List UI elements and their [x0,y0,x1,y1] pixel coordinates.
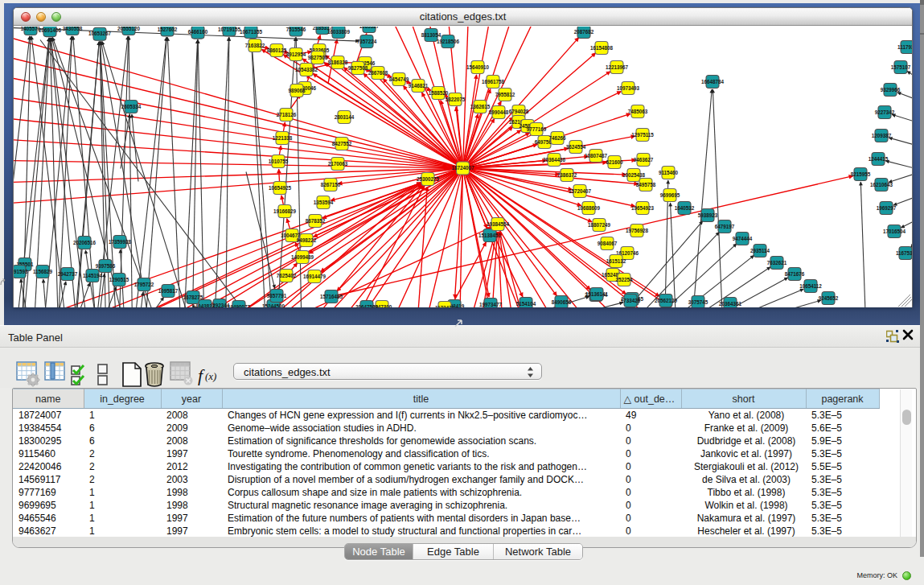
svg-text:17016504: 17016504 [883,229,906,234]
svg-text:16648784: 16648784 [701,79,725,84]
svg-text:1640532: 1640532 [675,205,695,211]
svg-text:7357224: 7357224 [357,39,377,44]
svg-text:9857791: 9857791 [267,293,287,299]
svg-text:8267150: 8267150 [321,182,341,187]
svg-text:9245652: 9245652 [819,295,839,301]
svg-text:f: f [198,365,205,385]
svg-text:10653267: 10653267 [88,31,112,36]
svg-text:18724007: 18724007 [451,165,474,171]
svg-text:19218506: 19218506 [437,39,460,44]
svg-text:252254: 252254 [615,277,633,282]
svg-text:3624554: 3624554 [566,144,586,150]
svg-text:1362615: 1362615 [470,104,491,109]
svg-text:15136141: 15136141 [585,291,609,297]
svg-text:8678352: 8678352 [306,218,326,224]
svg-text:7515546: 7515546 [286,27,306,32]
svg-text:10543382: 10543382 [295,67,318,72]
svg-text:10807487: 10807487 [585,153,608,159]
svg-text:1527602: 1527602 [158,27,178,32]
svg-text:12975115: 12975115 [631,132,654,138]
svg-text:3075745: 3075745 [688,299,708,305]
svg-text:1209387: 1209387 [872,133,892,138]
svg-text:6794028: 6794028 [509,109,529,114]
svg-text:15138451: 15138451 [478,233,502,238]
svg-text:1117934: 1117934 [897,44,912,50]
svg-text:8427552: 8427552 [332,141,352,146]
svg-text:16033809: 16033809 [327,29,351,35]
svg-text:9498222: 9498222 [297,237,317,243]
svg-text:15720407: 15720407 [569,188,592,194]
svg-text:15716485: 15716485 [320,294,343,299]
svg-text:7163822: 7163822 [245,43,265,48]
svg-text:17359928: 17359928 [109,239,132,245]
svg-text:20206516: 20206516 [73,240,97,245]
svg-text:1244415: 1244415 [869,156,889,162]
svg-text:9777169: 9777169 [527,126,547,132]
svg-text:9146821: 9146821 [409,83,429,89]
svg-text:8215955: 8215955 [851,171,871,177]
svg-text:5154104: 5154104 [516,301,536,307]
svg-text:19384554: 19384554 [487,221,510,227]
svg-text:1221338: 1221338 [273,135,293,141]
svg-text:10719155: 10719155 [218,27,241,32]
svg-text:6466160: 6466160 [188,29,208,35]
svg-text:19756928: 19756928 [626,228,649,233]
svg-text:20691406: 20691406 [39,27,62,33]
svg-text:1173473: 1173473 [435,305,455,307]
svg-text:15640910: 15640910 [466,64,490,70]
svg-text:18807249: 18807249 [588,222,611,228]
svg-text:8990448: 8990448 [489,109,509,115]
svg-text:8813054: 8813054 [421,32,441,38]
svg-text:1290515: 1290515 [109,277,129,282]
svg-text:3430558: 3430558 [63,27,83,31]
svg-text:1575107: 1575107 [891,64,911,70]
svg-text:14099489: 14099489 [291,254,314,260]
svg-text:20555120: 20555120 [117,27,141,31]
svg-text:16154808: 16154808 [590,45,614,51]
svg-text:1588520: 1588520 [429,90,449,96]
svg-text:1095817: 1095817 [158,288,179,294]
svg-text:2935114: 2935114 [750,248,770,253]
svg-text:9463627: 9463627 [634,157,654,163]
svg-text:20364436: 20364436 [543,157,566,163]
svg-text:9084067: 9084067 [598,241,618,246]
svg-text:1167533: 1167533 [896,250,912,256]
svg-text:989068: 989068 [288,88,306,93]
svg-text:1795722: 1795722 [134,282,154,287]
svg-text:8860125: 8860125 [267,47,287,53]
svg-text:1065327: 1065327 [359,27,380,29]
svg-text:19973477: 19973477 [479,302,503,307]
svg-text:12213967: 12213967 [606,64,629,70]
svg-text:2718126: 2718126 [277,112,297,117]
svg-text:1156829: 1156829 [33,269,53,274]
svg-text:1010755: 1010755 [269,159,289,164]
svg-text:1969297: 1969297 [877,205,897,211]
svg-text:4043823: 4043823 [195,303,216,307]
svg-text:2170063: 2170063 [328,161,348,167]
svg-text:9329966: 9329966 [881,87,901,93]
svg-text:10654112: 10654112 [799,283,822,289]
svg-text:16914479: 16914479 [303,274,326,279]
svg-text:9397586: 9397586 [96,263,116,269]
svg-text:20647509: 20647509 [355,304,379,307]
svg-text:16961758: 16961758 [482,79,505,84]
svg-text:7485063: 7485063 [628,109,648,114]
svg-text:8495758: 8495758 [636,182,656,187]
svg-text:2803144: 2803144 [335,114,355,120]
svg-text:10025438: 10025438 [622,172,646,178]
svg-text:10973493: 10973493 [617,85,640,91]
svg-text:8454749: 8454749 [389,76,409,82]
svg-text:7625402: 7625402 [277,273,297,278]
svg-text:20562129: 20562129 [655,298,678,303]
svg-text:5938923: 5938923 [698,212,718,218]
svg-text:1615132: 1615132 [606,258,626,264]
svg-text:8471676: 8471676 [785,271,805,277]
svg-text:2867608: 2867608 [368,70,388,76]
svg-text:1733426: 1733426 [621,298,641,303]
svg-text:1678275: 1678275 [183,295,203,300]
svg-text:7632621: 7632621 [767,260,787,266]
svg-text:19166829: 19166829 [273,208,297,214]
svg-text:15244500: 15244500 [262,303,285,307]
svg-text:8912954: 8912954 [286,51,306,57]
svg-text:9699695: 9699695 [660,192,680,198]
